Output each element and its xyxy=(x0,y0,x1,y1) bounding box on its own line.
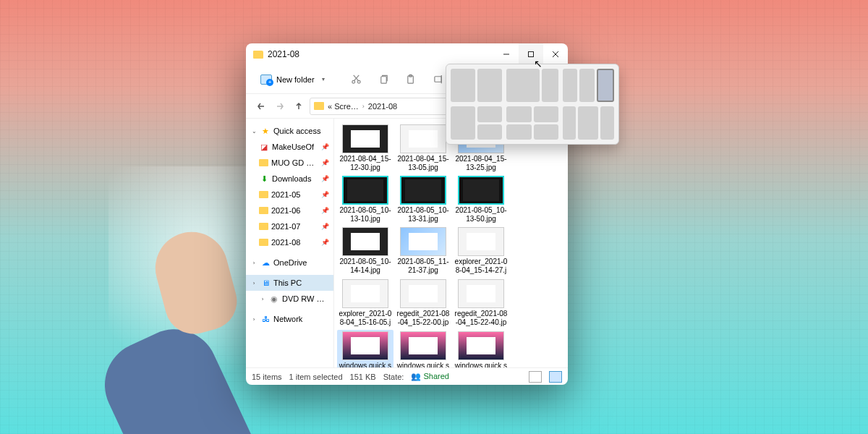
file-name: 2021-08-04_15-13-05.jpg xyxy=(396,155,450,171)
snap-layout-2col[interactable] xyxy=(451,69,502,102)
thumbnail xyxy=(400,279,446,308)
sidebar-item-label: 2021-05 xyxy=(271,190,318,199)
file-item[interactable]: regedit_2021-08-04_15-22-00.jpg xyxy=(395,278,451,328)
view-thumbnails-button[interactable] xyxy=(549,371,562,383)
file-item[interactable]: explorer_2021-08-04_15-16-05.jpg xyxy=(337,278,393,328)
svg-point-5 xyxy=(357,80,360,83)
file-item[interactable]: 2021-08-04_15-13-05.jpg xyxy=(395,123,451,173)
pin-icon: 📌 xyxy=(321,143,329,150)
file-item[interactable]: 2021-08-05_10-13-50.jpg xyxy=(453,174,509,224)
thumbnail xyxy=(342,279,388,308)
sidebar-item[interactable]: MUO GD Screen📌 xyxy=(246,155,333,171)
copy-button[interactable] xyxy=(373,69,396,90)
new-folder-button[interactable]: New folder ▾ xyxy=(256,72,329,88)
file-item[interactable]: 2021-08-05_10-13-10.jpg xyxy=(337,174,393,224)
state-label: State: xyxy=(383,373,404,381)
chevron-right-icon: › xyxy=(259,296,266,302)
chevron-right-icon: › xyxy=(250,316,258,323)
cut-button[interactable] xyxy=(345,69,368,90)
up-button[interactable] xyxy=(291,98,307,114)
sidebar-item[interactable]: ⬇Downloads📌 xyxy=(246,171,333,187)
chevron-down-icon: ⌄ xyxy=(250,128,258,135)
chevron-right-icon: › xyxy=(250,280,258,286)
thumbnail xyxy=(400,227,446,256)
snap-layout-quad[interactable] xyxy=(506,106,558,140)
thumbnail xyxy=(400,124,446,153)
sidebar-this-pc[interactable]: › 🖥 This PC xyxy=(246,275,333,291)
thumbnail xyxy=(458,176,504,205)
sidebar-item-label: MakeUseOf xyxy=(272,142,318,151)
view-details-button[interactable] xyxy=(529,371,542,383)
pin-icon: 📌 xyxy=(321,207,329,214)
thumbnail xyxy=(400,176,446,205)
file-grid[interactable]: 2021-08-04_15-12-30.jpg2021-08-04_15-13-… xyxy=(334,119,568,367)
file-item[interactable]: windows quick settings menu open.jpg xyxy=(453,330,509,367)
folder-icon xyxy=(314,102,324,110)
sidebar-item[interactable]: 2021-08📌 xyxy=(246,234,333,250)
file-name: regedit_2021-08-04_15-22-40.jpg xyxy=(454,310,508,327)
svg-rect-11 xyxy=(435,77,441,82)
maximize-button[interactable] xyxy=(519,43,543,65)
sidebar-item-label: 2021-07 xyxy=(271,222,318,231)
crumb-1[interactable]: « Scre… xyxy=(328,102,359,111)
pc-icon: 🖥 xyxy=(260,278,271,287)
file-item[interactable]: windows quick settings menu feature.jpg xyxy=(395,330,451,367)
sidebar-onedrive[interactable]: › ☁ OneDrive xyxy=(246,255,333,271)
fold-icon xyxy=(259,239,268,246)
file-item[interactable]: explorer_2021-08-04_15-14-27.jpg xyxy=(453,226,509,276)
snap-layout-3col[interactable] xyxy=(563,69,614,102)
chevron-right-icon: › xyxy=(362,103,365,110)
sidebar-network[interactable]: › 🖧 Network xyxy=(246,311,333,327)
close-button[interactable] xyxy=(543,43,568,65)
file-name: regedit_2021-08-04_15-22-00.jpg xyxy=(396,310,450,327)
snap-layout-left-stack[interactable] xyxy=(451,106,502,140)
titlebar[interactable]: 2021-08 xyxy=(246,43,568,65)
star-icon: ★ xyxy=(260,127,271,135)
fold-icon xyxy=(259,223,268,230)
sidebar-item[interactable]: 2021-06📌 xyxy=(246,203,333,218)
sidebar-item-label: 2021-06 xyxy=(271,206,318,215)
thumbnail xyxy=(458,331,504,360)
sidebar: ⌄ ★ Quick access ◪MakeUseOf📌MUO GD Scree… xyxy=(246,119,334,367)
paste-button[interactable] xyxy=(400,69,423,90)
thumbnail xyxy=(342,124,388,153)
sidebar-item-label: 2021-08 xyxy=(271,238,318,247)
svg-line-7 xyxy=(354,75,359,81)
sidebar-item-label: MUO GD Screen xyxy=(271,158,318,167)
file-name: 2021-08-05_10-13-10.jpg xyxy=(339,206,392,223)
file-item[interactable]: 2021-08-05_11-21-37.jpg xyxy=(395,226,451,276)
file-item[interactable]: regedit_2021-08-04_15-22-40.jpg xyxy=(453,278,509,328)
svg-line-6 xyxy=(354,75,359,81)
file-item[interactable]: 2021-08-05_10-14-14.jpg xyxy=(337,226,393,276)
minimize-button[interactable] xyxy=(494,43,519,65)
thumbnail xyxy=(400,331,446,360)
crumb-2[interactable]: 2021-08 xyxy=(368,102,397,111)
snap-layout-2col-wide[interactable] xyxy=(506,69,558,102)
thumbnail xyxy=(342,331,388,360)
fold-icon xyxy=(259,159,268,166)
network-icon: 🖧 xyxy=(260,315,271,323)
window-title: 2021-08 xyxy=(268,49,494,59)
forward-button[interactable] xyxy=(272,98,288,114)
item-count: 15 items xyxy=(252,373,282,381)
file-item[interactable]: windows quick settings menu add item.jpg xyxy=(337,330,393,367)
sidebar-item[interactable]: ◪MakeUseOf📌 xyxy=(246,139,333,155)
svg-rect-8 xyxy=(381,77,387,83)
file-name: 2021-08-05_10-13-31.jpg xyxy=(396,206,450,223)
new-folder-label: New folder xyxy=(276,75,315,84)
file-name: windows quick settings menu open.jpg xyxy=(454,362,508,367)
file-item[interactable]: 2021-08-05_10-13-31.jpg xyxy=(395,174,451,224)
sidebar-item[interactable]: 2021-05📌 xyxy=(246,187,333,203)
snap-layout-3col-mid[interactable] xyxy=(563,106,614,140)
thumbnail xyxy=(342,227,388,256)
pin-icon: 📌 xyxy=(321,159,329,166)
sidebar-quick-access[interactable]: ⌄ ★ Quick access xyxy=(246,123,333,139)
file-name: explorer_2021-08-04_15-14-27.jpg xyxy=(454,258,508,275)
selection-info: 1 item selected xyxy=(289,373,343,381)
pin-icon: 📌 xyxy=(321,175,329,182)
file-item[interactable]: 2021-08-04_15-12-30.jpg xyxy=(337,123,393,173)
pin-icon: 📌 xyxy=(321,223,329,230)
back-button[interactable] xyxy=(253,98,269,114)
sidebar-dvd[interactable]: › ◉ DVD RW Drive (D:) A xyxy=(246,291,333,307)
sidebar-item[interactable]: 2021-07📌 xyxy=(246,218,333,234)
